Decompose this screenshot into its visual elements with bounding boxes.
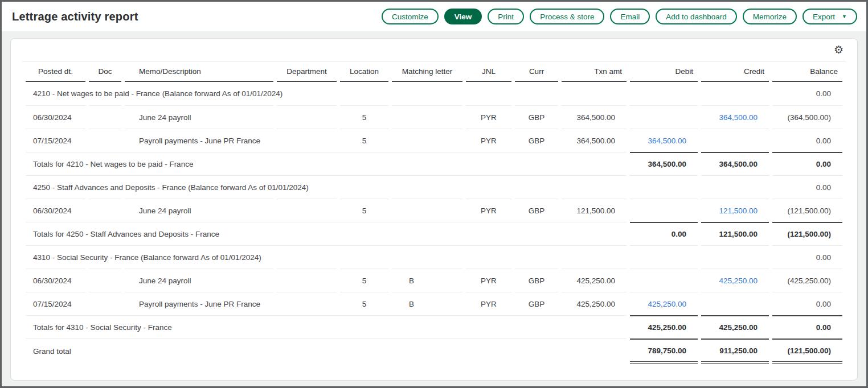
cell-debit: 425,250.00 [630, 315, 698, 339]
totals-row: Totals for 4210 - Net wages to be paid -… [26, 152, 842, 175]
cell-debit: 425,250.00 [630, 292, 698, 315]
cell-doc [89, 129, 121, 152]
cell-balance: (121,500.00) [772, 339, 842, 364]
credit-amount-link[interactable]: 121,500.00 [719, 207, 758, 215]
totals-row: Totals for 4250 - Staff Advances and Dep… [26, 222, 842, 245]
button-label: Email [620, 13, 640, 21]
cell-posted-date: 06/30/2024 [26, 199, 85, 222]
cell-txn-amt: 425,250.00 [562, 292, 627, 315]
cell-credit: 425,250.00 [701, 315, 769, 339]
cell-credit: 121,500.00 [701, 199, 769, 222]
cell-debit [630, 175, 698, 199]
cell-debit [630, 245, 698, 269]
button-label: Customize [392, 13, 428, 21]
cell-debit: 0.00 [630, 222, 698, 245]
cell-curr: GBP [515, 105, 558, 129]
cell-doc [89, 199, 121, 222]
column-header-balance: Balance [772, 61, 842, 82]
cell-posted-date: 07/15/2024 [26, 129, 85, 152]
cell-txn-amt: 121,500.00 [562, 199, 627, 222]
cell-memo: Payroll payments - June PR France [125, 129, 273, 152]
cell-balance: 0.00 [772, 152, 842, 175]
cell-posted-date: 06/30/2024 [26, 105, 85, 129]
button-label: Add to dashboard [666, 13, 727, 21]
account-group-row: 4310 - Social Security - France (Balance… [26, 245, 842, 269]
cell-balance: 0.00 [772, 82, 842, 105]
cell-posted-date: 07/15/2024 [26, 292, 85, 315]
credit-amount-link[interactable]: 364,500.00 [719, 113, 758, 122]
cell-location: 5 [340, 129, 388, 152]
totals-label: Grand total [26, 339, 627, 364]
column-header-matching-letter: Matching letter [392, 61, 462, 82]
column-header-memo-description: Memo/Description [125, 61, 273, 82]
cell-debit [630, 269, 698, 292]
table-row: 06/30/2024June 24 payroll5PYRGBP121,500.… [26, 199, 842, 222]
debit-amount-link[interactable]: 425,250.00 [648, 300, 686, 308]
cell-credit [701, 292, 769, 315]
cell-curr: GBP [515, 269, 558, 292]
view-button[interactable]: View [444, 9, 482, 24]
cell-balance: (121,500.00) [772, 222, 842, 245]
cell-balance: (121,500.00) [772, 199, 842, 222]
cell-credit [701, 82, 769, 105]
cell-debit: 364,500.00 [630, 129, 698, 152]
column-header-curr: Curr [515, 61, 558, 82]
customize-button[interactable]: Customize [382, 9, 439, 24]
add-to-dashboard-button[interactable]: Add to dashboard [656, 9, 737, 24]
cell-jnl: PYR [466, 105, 511, 129]
column-header-txn-amt: Txn amt [562, 61, 627, 82]
cell-matching-letter: B [392, 269, 462, 292]
cell-balance: 0.00 [772, 315, 842, 339]
account-group-label: 4210 - Net wages to be paid - France (Ba… [26, 82, 627, 105]
cell-debit [630, 105, 698, 129]
cell-balance: 0.00 [772, 129, 842, 152]
panel-toolbar: ⚙ [22, 39, 846, 61]
cell-doc [89, 269, 121, 292]
top-header-bar: Lettrage activity report CustomizeViewPr… [2, 2, 866, 31]
button-label: Export [813, 13, 835, 21]
cell-doc [89, 105, 121, 129]
page-title: Lettrage activity report [12, 10, 138, 23]
button-label: Process & store [540, 13, 594, 21]
cell-debit: 789,750.00 [630, 339, 698, 364]
account-group-label: 4250 - Staff Advances and Deposits - Fra… [26, 175, 627, 199]
table-header-row: Posted dt.DocMemo/DescriptionDepartmentL… [26, 61, 842, 82]
email-button[interactable]: Email [610, 9, 650, 24]
cell-debit [630, 199, 698, 222]
cell-credit: 911,250.00 [701, 339, 769, 364]
cell-debit: 364,500.00 [630, 152, 698, 175]
cell-txn-amt: 364,500.00 [562, 105, 627, 129]
cell-credit: 364,500.00 [701, 105, 769, 129]
cell-balance: (425,250.00) [772, 269, 842, 292]
cell-curr: GBP [515, 129, 558, 152]
cell-balance: 0.00 [772, 175, 842, 199]
cell-credit: 425,250.00 [701, 269, 769, 292]
debit-amount-link[interactable]: 364,500.00 [648, 137, 686, 145]
cell-jnl: PYR [466, 129, 511, 152]
cell-credit [701, 245, 769, 269]
column-header-location: Location [340, 61, 388, 82]
memorize-button[interactable]: Memorize [743, 9, 797, 24]
cell-balance: (364,500.00) [772, 105, 842, 129]
cell-department [277, 269, 337, 292]
gear-icon[interactable]: ⚙ [834, 44, 844, 55]
cell-department [277, 199, 337, 222]
cell-jnl: PYR [466, 199, 511, 222]
print-button[interactable]: Print [488, 9, 524, 24]
cell-matching-letter [392, 129, 462, 152]
cell-balance: 0.00 [772, 292, 842, 315]
column-header-department: Department [277, 61, 337, 82]
totals-label: Totals for 4210 - Net wages to be paid -… [26, 152, 627, 175]
export-button[interactable]: Export▼ [803, 9, 857, 24]
cell-memo: June 24 payroll [125, 105, 273, 129]
cell-doc [89, 292, 121, 315]
totals-label: Totals for 4250 - Staff Advances and Dep… [26, 222, 627, 245]
credit-amount-link[interactable]: 425,250.00 [719, 276, 758, 285]
cell-curr: GBP [515, 292, 558, 315]
cell-posted-date: 06/30/2024 [26, 269, 85, 292]
table-row: 07/15/2024Payroll payments - June PR Fra… [26, 292, 842, 315]
cell-memo: Payroll payments - June PR France [125, 292, 273, 315]
process-store-button[interactable]: Process & store [530, 9, 604, 24]
column-header-posted-dt: Posted dt. [26, 61, 85, 82]
cell-matching-letter [392, 199, 462, 222]
